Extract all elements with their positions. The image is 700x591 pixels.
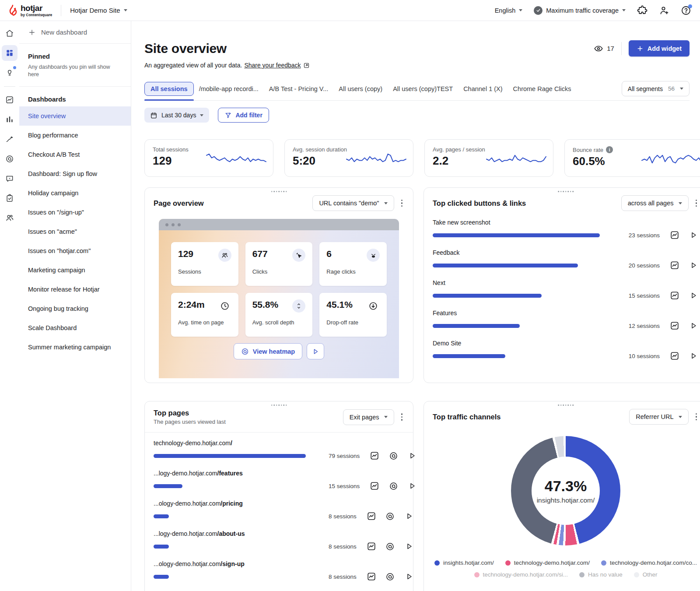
play-recordings-button[interactable]	[688, 230, 699, 240]
sidebar-item-holiday-campaign[interactable]: Holiday campaign	[19, 183, 131, 203]
view-heatmap-button[interactable]	[385, 511, 396, 521]
info-icon[interactable]: i	[606, 146, 613, 153]
sidebar-item-scale-dashboard[interactable]: Scale Dashboard	[19, 318, 131, 338]
view-trend-button[interactable]	[669, 260, 680, 271]
hotjar-logo[interactable]: hotjar by Contentsquare	[9, 4, 52, 17]
view-heatmap-button[interactable]	[388, 450, 399, 461]
view-trend-button[interactable]	[366, 541, 377, 552]
traffic-channels-filter-dropdown[interactable]: Referrer URL	[629, 409, 688, 425]
legend-item[interactable]: Other	[634, 571, 658, 578]
sidebar-item-blog-performance[interactable]: Blog performance	[19, 126, 131, 145]
view-heatmap-button[interactable]	[385, 541, 396, 552]
drag-handle[interactable]	[558, 405, 574, 406]
view-trend-button[interactable]	[369, 450, 380, 461]
view-trend-button[interactable]	[366, 511, 377, 521]
heatmap-icon	[385, 512, 395, 521]
play-recordings-button[interactable]	[407, 450, 417, 461]
integrations-button[interactable]	[637, 5, 648, 16]
legend-item[interactable]: technology-demo.hotjar.com/si...	[474, 571, 568, 578]
play-recordings-button[interactable]	[404, 571, 414, 582]
sidebar-item-label: Issues on "acme"	[28, 228, 77, 235]
view-heatmap-button[interactable]	[388, 481, 399, 491]
rail-heatmaps-button[interactable]	[2, 151, 18, 167]
play-recording-button[interactable]	[307, 343, 324, 359]
widget-menu-button[interactable]	[694, 197, 699, 210]
share-feedback-link[interactable]: Share your feedback	[244, 62, 309, 69]
page-overview-filter-dropdown[interactable]: URL contains "demo"	[312, 195, 394, 211]
view-trend-button[interactable]	[369, 481, 380, 491]
widget-menu-button[interactable]	[399, 411, 405, 423]
invite-user-button[interactable]	[659, 5, 669, 16]
legend-item[interactable]: Has no value	[579, 571, 623, 578]
rail-funnels-button[interactable]	[2, 112, 18, 127]
drag-handle[interactable]	[271, 191, 287, 192]
sidebar-item-checkout-ab-test[interactable]: Checkout A/B Test	[19, 145, 131, 164]
divider	[621, 42, 622, 55]
date-range-dropdown[interactable]: Last 30 days	[144, 108, 209, 123]
scroll-depth-icon	[295, 303, 302, 310]
view-trend-button[interactable]	[669, 290, 680, 301]
sidebar-item-monitor-release[interactable]: Monitor release for Hotjar	[19, 280, 131, 299]
widget-menu-button[interactable]	[694, 411, 699, 423]
view-heatmap-button[interactable]	[385, 571, 396, 582]
all-segments-dropdown[interactable]: All segments 56	[622, 81, 690, 96]
widget-menu-button[interactable]	[399, 197, 405, 210]
new-dashboard-button[interactable]: New dashboard	[19, 21, 131, 44]
sidebar-item-marketing-campaign[interactable]: Marketing campaign	[19, 260, 131, 280]
view-trend-button[interactable]	[669, 351, 680, 361]
sidebar-item-bug-tracking[interactable]: Ongoing bug tracking	[19, 299, 131, 318]
page-url: ...ology-demo.hotjar.com	[154, 500, 220, 507]
top-clicked-filter-dropdown[interactable]: across all pages	[621, 195, 689, 211]
help-button[interactable]	[681, 5, 691, 16]
sidebar-item-issues-acme[interactable]: Issues on "acme"	[19, 222, 131, 241]
play-recordings-button[interactable]	[688, 351, 699, 361]
rail-journeys-button[interactable]	[2, 131, 18, 147]
rail-feedback-button[interactable]	[2, 171, 18, 186]
legend-item[interactable]: insights.hotjar.com/	[434, 559, 494, 566]
rail-interviews-button[interactable]	[2, 210, 18, 226]
tab-channel-1[interactable]: Channel 1 (X)	[458, 82, 508, 96]
view-trend-button[interactable]	[669, 320, 680, 331]
site-selector-dropdown[interactable]: Hotjar Demo Site	[70, 7, 127, 14]
play-recordings-button[interactable]	[407, 481, 417, 491]
coverage-label: Maximum traffic coverage	[546, 7, 619, 14]
play-recordings-button[interactable]	[404, 541, 414, 552]
language-dropdown[interactable]: English	[495, 7, 523, 14]
clicked-label: Demo Site	[433, 340, 699, 347]
tab-ab-test-pricing[interactable]: A/B Test - Pricing V...	[264, 82, 333, 96]
metric-label: Sessions	[178, 268, 231, 275]
top-pages-filter-dropdown[interactable]: Exit pages	[343, 409, 394, 425]
view-trend-button[interactable]	[669, 230, 680, 240]
add-widget-button[interactable]: Add widget	[629, 40, 690, 56]
sidebar-item-issues-signup[interactable]: Issues on "/sign-up"	[19, 203, 131, 222]
add-filter-button[interactable]: Add filter	[218, 108, 269, 123]
view-heatmap-button[interactable]: View heatmap	[234, 343, 302, 359]
tab-all-users-copy[interactable]: All users (copy)	[333, 82, 388, 96]
play-recordings-button[interactable]	[688, 260, 699, 271]
tab-all-sessions[interactable]: All sessions	[144, 82, 194, 96]
play-recordings-button[interactable]	[688, 320, 699, 331]
legend-item[interactable]: technology-demo.hotjar.com/	[505, 559, 590, 566]
rail-highlights-button[interactable]	[2, 65, 18, 81]
rail-surveys-button[interactable]	[2, 190, 18, 206]
view-trend-button[interactable]	[366, 571, 377, 582]
rail-dashboards-button[interactable]	[2, 45, 18, 61]
tab-label: /mobile-app recordi...	[199, 85, 259, 92]
drag-handle[interactable]	[558, 191, 574, 192]
sidebar-item-signup-flow[interactable]: Dashboard: Sign up flow	[19, 164, 131, 183]
tab-chrome-rage-clicks[interactable]: Chrome Rage Clicks	[508, 82, 577, 96]
metric-label: Clicks	[252, 268, 306, 275]
tab-all-users-copy-test[interactable]: All users (copy)TEST	[388, 82, 458, 96]
sidebar-item-summer-campaign[interactable]: Summer marketing campaign	[19, 338, 131, 357]
bar	[154, 484, 182, 488]
legend-item[interactable]: technology-demo.hotjar.com/co...	[601, 559, 697, 566]
sidebar-item-site-overview[interactable]: Site overview	[19, 106, 131, 126]
tab-mobile-app-recordings[interactable]: /mobile-app recordi...	[194, 82, 264, 96]
drag-handle[interactable]	[271, 405, 287, 406]
traffic-coverage-dropdown[interactable]: Maximum traffic coverage	[534, 6, 626, 15]
rail-home-button[interactable]	[2, 25, 18, 41]
play-recordings-button[interactable]	[688, 290, 699, 301]
play-recordings-button[interactable]	[404, 511, 414, 521]
rail-trends-button[interactable]	[2, 92, 18, 108]
sidebar-item-issues-hotjar[interactable]: Issues on "hotjar.com"	[19, 241, 131, 260]
